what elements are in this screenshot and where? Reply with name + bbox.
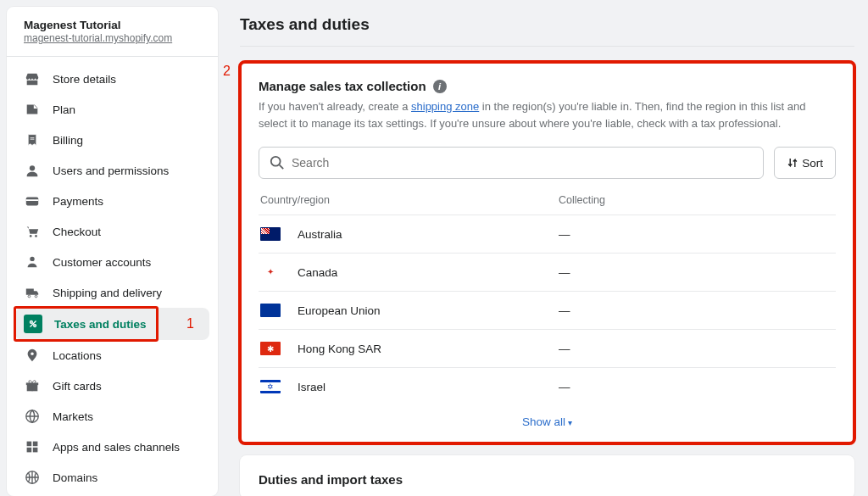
page-title: Taxes and duties <box>240 15 854 34</box>
annotation-1: 1 <box>186 316 194 332</box>
collecting-value: — <box>559 343 834 355</box>
collecting-value: — <box>559 266 834 279</box>
search-icon <box>270 155 285 170</box>
nav-shipping[interactable]: Shipping and delivery <box>15 277 209 308</box>
manage-tax-card: 2 Manage sales tax collection i If you h… <box>240 62 854 443</box>
nav-label: Checkout <box>53 226 101 238</box>
region-row-israel[interactable]: Israel — <box>259 367 836 405</box>
taxes-icon <box>24 315 42 333</box>
nav-domains[interactable]: Domains <box>15 462 209 493</box>
sort-button[interactable]: Sort <box>774 147 836 179</box>
search-input[interactable] <box>292 156 753 170</box>
svg-point-16 <box>271 157 281 166</box>
svg-point-6 <box>28 295 31 298</box>
nav-label: Payments <box>53 195 103 208</box>
svg-point-7 <box>35 295 37 298</box>
flag-hongkong-icon <box>260 342 281 355</box>
nav-locations[interactable]: Locations <box>15 340 209 371</box>
nav-plan[interactable]: Plan <box>15 94 209 125</box>
svg-rect-2 <box>26 199 38 201</box>
checkout-icon <box>24 223 41 240</box>
svg-rect-1 <box>26 198 38 206</box>
payments-icon <box>24 192 41 209</box>
nav-label: Plan <box>53 103 75 116</box>
plan-icon <box>24 101 41 118</box>
svg-point-4 <box>35 235 37 237</box>
truck-icon <box>24 284 41 301</box>
nav-customer-accounts[interactable]: Customer accounts <box>15 247 209 277</box>
collecting-value: — <box>559 304 834 317</box>
region-row-eu[interactable]: European Union — <box>259 291 836 329</box>
store-header: Magenest Tutorial magenest-tutorial.mysh… <box>7 19 218 57</box>
settings-sidebar: Magenest Tutorial magenest-tutorial.mysh… <box>7 7 218 496</box>
svg-rect-14 <box>33 448 38 453</box>
sort-label: Sort <box>802 157 823 170</box>
main-content: Taxes and duties 2 Manage sales tax coll… <box>218 0 868 496</box>
svg-point-0 <box>30 165 35 170</box>
flag-australia-icon <box>260 227 281 241</box>
search-wrap[interactable] <box>259 147 764 179</box>
info-icon[interactable]: i <box>433 80 447 93</box>
gift-icon <box>24 377 41 394</box>
nav-checkout[interactable]: Checkout <box>15 216 209 247</box>
region-row-canada[interactable]: ✦ Canada — <box>259 253 836 291</box>
nav-label: Locations <box>53 349 102 362</box>
section-description: If you haven't already, create a shippin… <box>259 98 836 131</box>
flag-israel-icon <box>260 380 281 393</box>
section-title-text: Manage sales tax collection <box>259 79 426 93</box>
show-all-row: Show all <box>259 405 836 432</box>
region-name: Hong Kong SAR <box>298 343 381 355</box>
nav-label: Domains <box>53 471 97 484</box>
location-icon <box>24 347 41 364</box>
store-icon <box>24 70 41 87</box>
nav-billing[interactable]: Billing <box>15 125 209 155</box>
search-sort-row: Sort <box>259 147 836 179</box>
domains-icon <box>24 469 41 486</box>
region-row-australia[interactable]: Australia — <box>259 215 836 253</box>
svg-rect-12 <box>33 442 38 447</box>
region-name: Canada <box>298 266 337 279</box>
nav-users[interactable]: Users and permissions <box>15 155 209 186</box>
annotation-2: 2 <box>223 64 231 79</box>
sort-icon <box>787 157 798 169</box>
flag-eu-icon <box>260 304 281 317</box>
nav-customer-events[interactable]: Customer events <box>15 493 209 496</box>
nav-store-details[interactable]: Store details <box>15 64 209 94</box>
nav-taxes-duties[interactable]: Taxes and duties 1 <box>15 308 209 340</box>
apps-icon <box>24 438 41 455</box>
users-icon <box>24 162 41 179</box>
duties-title: Duties and import taxes <box>259 472 836 487</box>
collecting-value: — <box>559 381 834 393</box>
region-row-hk[interactable]: Hong Kong SAR — <box>259 329 836 367</box>
nav-label: Users and permissions <box>53 164 169 177</box>
table-header: Country/region Collecting <box>259 189 836 215</box>
svg-point-5 <box>30 257 34 261</box>
region-name: Israel <box>298 381 326 393</box>
nav-label: Gift cards <box>53 380 102 393</box>
nav-payments[interactable]: Payments <box>15 186 209 216</box>
nav-gift-cards[interactable]: Gift cards <box>15 371 209 401</box>
nav-label: Shipping and delivery <box>53 287 162 299</box>
region-name: European Union <box>298 304 381 317</box>
nav-apps[interactable]: Apps and sales channels <box>15 432 209 462</box>
collecting-value: — <box>559 228 834 241</box>
svg-point-3 <box>30 235 32 237</box>
region-name: Australia <box>298 228 342 241</box>
show-all-link[interactable]: Show all <box>522 415 572 428</box>
flag-canada-icon: ✦ <box>260 265 281 279</box>
nav-label: Store details <box>53 73 116 86</box>
store-url[interactable]: magenest-tutorial.myshopify.com <box>24 32 172 44</box>
nav-label: Apps and sales channels <box>53 441 180 454</box>
nav-list: Store details Plan Billing Users and per… <box>7 64 218 496</box>
billing-icon <box>24 131 41 148</box>
nav-markets[interactable]: Markets <box>15 401 209 432</box>
shipping-zone-link[interactable]: shipping zone <box>411 100 479 113</box>
svg-rect-13 <box>27 448 32 453</box>
desc-part-a: If you haven't already, create a <box>259 100 411 113</box>
section-title: Manage sales tax collection i <box>259 79 836 93</box>
account-icon <box>24 254 41 270</box>
nav-label: Customer accounts <box>53 256 151 269</box>
globe-icon <box>24 408 41 425</box>
nav-label: Markets <box>53 410 93 423</box>
col-region-header: Country/region <box>260 194 559 206</box>
